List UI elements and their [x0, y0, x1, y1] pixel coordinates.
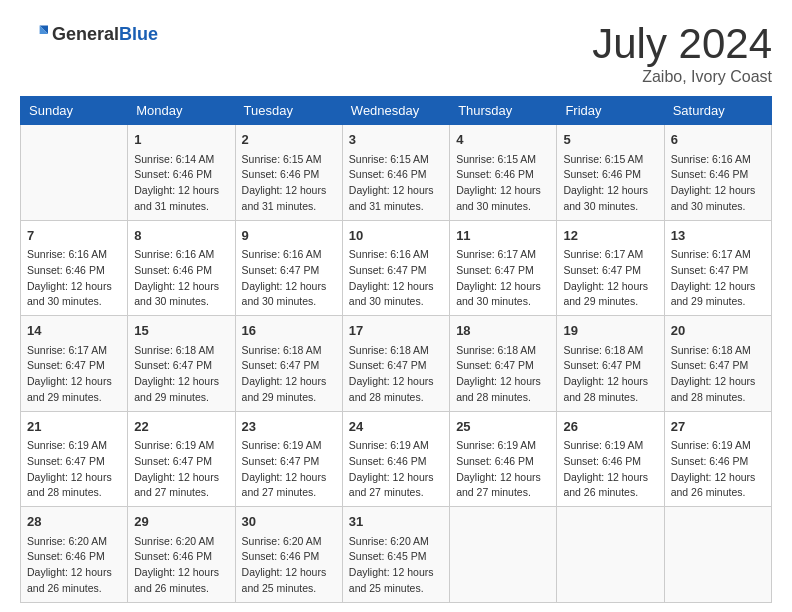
calendar-cell: 26Sunrise: 6:19 AM Sunset: 6:46 PM Dayli…	[557, 411, 664, 507]
day-info: Sunrise: 6:20 AM Sunset: 6:46 PM Dayligh…	[27, 534, 121, 597]
month-year: July 2024	[592, 20, 772, 68]
calendar-table: SundayMondayTuesdayWednesdayThursdayFrid…	[20, 96, 772, 603]
day-info: Sunrise: 6:16 AM Sunset: 6:46 PM Dayligh…	[27, 247, 121, 310]
location: Zaibo, Ivory Coast	[592, 68, 772, 86]
calendar-week-row: 28Sunrise: 6:20 AM Sunset: 6:46 PM Dayli…	[21, 507, 772, 603]
day-number: 19	[563, 321, 657, 341]
day-number: 7	[27, 226, 121, 246]
day-info: Sunrise: 6:15 AM Sunset: 6:46 PM Dayligh…	[242, 152, 336, 215]
calendar-cell: 18Sunrise: 6:18 AM Sunset: 6:47 PM Dayli…	[450, 316, 557, 412]
day-number: 25	[456, 417, 550, 437]
calendar-week-row: 7Sunrise: 6:16 AM Sunset: 6:46 PM Daylig…	[21, 220, 772, 316]
day-of-week-header: Saturday	[664, 97, 771, 125]
day-number: 5	[563, 130, 657, 150]
day-info: Sunrise: 6:16 AM Sunset: 6:47 PM Dayligh…	[349, 247, 443, 310]
calendar-cell: 1Sunrise: 6:14 AM Sunset: 6:46 PM Daylig…	[128, 125, 235, 221]
calendar-cell: 7Sunrise: 6:16 AM Sunset: 6:46 PM Daylig…	[21, 220, 128, 316]
day-info: Sunrise: 6:17 AM Sunset: 6:47 PM Dayligh…	[456, 247, 550, 310]
day-number: 28	[27, 512, 121, 532]
calendar-cell: 23Sunrise: 6:19 AM Sunset: 6:47 PM Dayli…	[235, 411, 342, 507]
calendar-cell: 5Sunrise: 6:15 AM Sunset: 6:46 PM Daylig…	[557, 125, 664, 221]
calendar-cell: 22Sunrise: 6:19 AM Sunset: 6:47 PM Dayli…	[128, 411, 235, 507]
calendar-cell: 29Sunrise: 6:20 AM Sunset: 6:46 PM Dayli…	[128, 507, 235, 603]
day-info: Sunrise: 6:15 AM Sunset: 6:46 PM Dayligh…	[563, 152, 657, 215]
day-of-week-header: Sunday	[21, 97, 128, 125]
calendar-cell: 13Sunrise: 6:17 AM Sunset: 6:47 PM Dayli…	[664, 220, 771, 316]
day-info: Sunrise: 6:16 AM Sunset: 6:47 PM Dayligh…	[242, 247, 336, 310]
day-number: 20	[671, 321, 765, 341]
day-info: Sunrise: 6:19 AM Sunset: 6:46 PM Dayligh…	[349, 438, 443, 501]
day-info: Sunrise: 6:17 AM Sunset: 6:47 PM Dayligh…	[671, 247, 765, 310]
day-number: 10	[349, 226, 443, 246]
calendar-cell	[664, 507, 771, 603]
calendar-cell: 6Sunrise: 6:16 AM Sunset: 6:46 PM Daylig…	[664, 125, 771, 221]
logo-text-general: General	[52, 24, 119, 44]
day-of-week-header: Friday	[557, 97, 664, 125]
day-info: Sunrise: 6:19 AM Sunset: 6:47 PM Dayligh…	[27, 438, 121, 501]
day-number: 18	[456, 321, 550, 341]
day-number: 12	[563, 226, 657, 246]
generalblue-logo-icon	[20, 20, 48, 48]
day-number: 6	[671, 130, 765, 150]
day-info: Sunrise: 6:18 AM Sunset: 6:47 PM Dayligh…	[456, 343, 550, 406]
header: GeneralBlue July 2024 Zaibo, Ivory Coast	[20, 20, 772, 86]
day-number: 14	[27, 321, 121, 341]
logo-text-blue: Blue	[119, 24, 158, 44]
day-number: 8	[134, 226, 228, 246]
calendar-week-row: 1Sunrise: 6:14 AM Sunset: 6:46 PM Daylig…	[21, 125, 772, 221]
title-area: July 2024 Zaibo, Ivory Coast	[592, 20, 772, 86]
day-info: Sunrise: 6:16 AM Sunset: 6:46 PM Dayligh…	[134, 247, 228, 310]
day-info: Sunrise: 6:18 AM Sunset: 6:47 PM Dayligh…	[349, 343, 443, 406]
day-info: Sunrise: 6:16 AM Sunset: 6:46 PM Dayligh…	[671, 152, 765, 215]
day-info: Sunrise: 6:17 AM Sunset: 6:47 PM Dayligh…	[27, 343, 121, 406]
day-number: 23	[242, 417, 336, 437]
day-info: Sunrise: 6:18 AM Sunset: 6:47 PM Dayligh…	[134, 343, 228, 406]
day-info: Sunrise: 6:19 AM Sunset: 6:46 PM Dayligh…	[671, 438, 765, 501]
calendar-cell: 21Sunrise: 6:19 AM Sunset: 6:47 PM Dayli…	[21, 411, 128, 507]
day-info: Sunrise: 6:18 AM Sunset: 6:47 PM Dayligh…	[563, 343, 657, 406]
calendar-cell	[21, 125, 128, 221]
day-info: Sunrise: 6:15 AM Sunset: 6:46 PM Dayligh…	[349, 152, 443, 215]
calendar-body: 1Sunrise: 6:14 AM Sunset: 6:46 PM Daylig…	[21, 125, 772, 603]
calendar-cell: 31Sunrise: 6:20 AM Sunset: 6:45 PM Dayli…	[342, 507, 449, 603]
day-info: Sunrise: 6:19 AM Sunset: 6:46 PM Dayligh…	[456, 438, 550, 501]
day-info: Sunrise: 6:20 AM Sunset: 6:46 PM Dayligh…	[242, 534, 336, 597]
calendar-week-row: 21Sunrise: 6:19 AM Sunset: 6:47 PM Dayli…	[21, 411, 772, 507]
day-number: 31	[349, 512, 443, 532]
calendar-cell	[450, 507, 557, 603]
day-of-week-header: Monday	[128, 97, 235, 125]
calendar-cell: 14Sunrise: 6:17 AM Sunset: 6:47 PM Dayli…	[21, 316, 128, 412]
day-info: Sunrise: 6:18 AM Sunset: 6:47 PM Dayligh…	[671, 343, 765, 406]
calendar-week-row: 14Sunrise: 6:17 AM Sunset: 6:47 PM Dayli…	[21, 316, 772, 412]
calendar-cell: 28Sunrise: 6:20 AM Sunset: 6:46 PM Dayli…	[21, 507, 128, 603]
calendar-cell: 17Sunrise: 6:18 AM Sunset: 6:47 PM Dayli…	[342, 316, 449, 412]
day-number: 21	[27, 417, 121, 437]
calendar-cell: 8Sunrise: 6:16 AM Sunset: 6:46 PM Daylig…	[128, 220, 235, 316]
day-info: Sunrise: 6:19 AM Sunset: 6:46 PM Dayligh…	[563, 438, 657, 501]
day-info: Sunrise: 6:20 AM Sunset: 6:45 PM Dayligh…	[349, 534, 443, 597]
day-number: 13	[671, 226, 765, 246]
day-info: Sunrise: 6:20 AM Sunset: 6:46 PM Dayligh…	[134, 534, 228, 597]
day-info: Sunrise: 6:18 AM Sunset: 6:47 PM Dayligh…	[242, 343, 336, 406]
calendar-cell: 4Sunrise: 6:15 AM Sunset: 6:46 PM Daylig…	[450, 125, 557, 221]
day-number: 9	[242, 226, 336, 246]
day-number: 16	[242, 321, 336, 341]
day-of-week-header: Tuesday	[235, 97, 342, 125]
calendar-cell: 27Sunrise: 6:19 AM Sunset: 6:46 PM Dayli…	[664, 411, 771, 507]
calendar-cell: 10Sunrise: 6:16 AM Sunset: 6:47 PM Dayli…	[342, 220, 449, 316]
calendar-cell: 3Sunrise: 6:15 AM Sunset: 6:46 PM Daylig…	[342, 125, 449, 221]
day-number: 15	[134, 321, 228, 341]
calendar-cell: 25Sunrise: 6:19 AM Sunset: 6:46 PM Dayli…	[450, 411, 557, 507]
calendar-cell: 15Sunrise: 6:18 AM Sunset: 6:47 PM Dayli…	[128, 316, 235, 412]
logo: GeneralBlue	[20, 20, 158, 48]
day-number: 30	[242, 512, 336, 532]
day-number: 29	[134, 512, 228, 532]
day-number: 4	[456, 130, 550, 150]
day-info: Sunrise: 6:17 AM Sunset: 6:47 PM Dayligh…	[563, 247, 657, 310]
calendar-cell: 16Sunrise: 6:18 AM Sunset: 6:47 PM Dayli…	[235, 316, 342, 412]
day-number: 17	[349, 321, 443, 341]
day-number: 22	[134, 417, 228, 437]
calendar-cell: 24Sunrise: 6:19 AM Sunset: 6:46 PM Dayli…	[342, 411, 449, 507]
day-info: Sunrise: 6:19 AM Sunset: 6:47 PM Dayligh…	[134, 438, 228, 501]
day-number: 2	[242, 130, 336, 150]
